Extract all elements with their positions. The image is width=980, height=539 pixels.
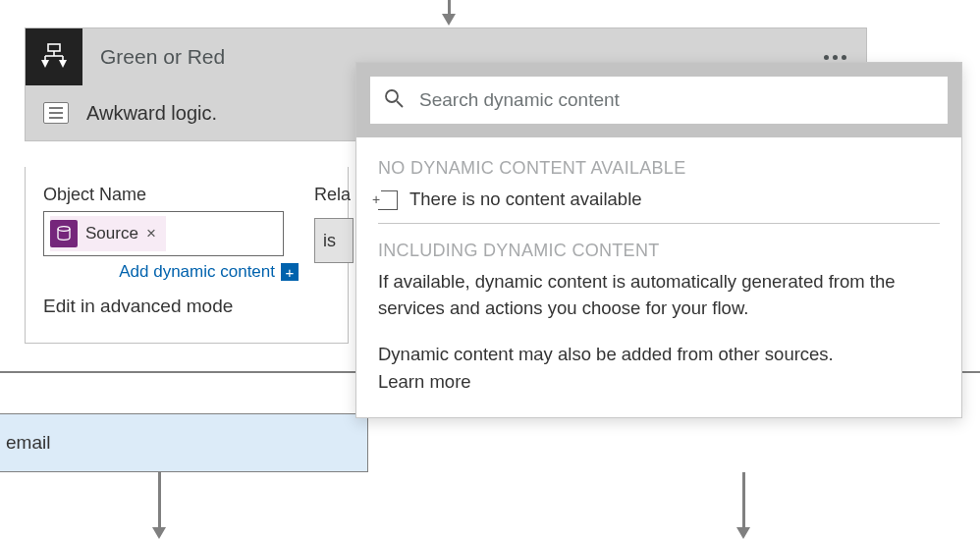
popup-search-area (356, 63, 961, 137)
svg-marker-6 (59, 60, 67, 68)
search-box[interactable] (370, 77, 948, 124)
relationship-select[interactable]: is (314, 218, 354, 263)
svg-point-8 (386, 90, 398, 102)
including-header: INCLUDING DYNAMIC CONTENT (378, 238, 940, 263)
condition-editor: Object Name Source × Add dynamic content… (25, 167, 349, 344)
flow-arrow-in (442, 0, 456, 26)
no-content-header: NO DYNAMIC CONTENT AVAILABLE (378, 155, 940, 181)
help-paragraph-2: Dynamic content may also be added from o… (378, 342, 940, 368)
help-paragraph-1: If available, dynamic content is automat… (378, 269, 940, 322)
object-name-label: Object Name (43, 185, 330, 205)
divider (378, 223, 940, 224)
token-label: Source (85, 224, 138, 243)
relationship-label: Rela (314, 185, 351, 205)
card-subtitle: Awkward logic. (86, 102, 217, 125)
token-source[interactable]: Source × (50, 216, 166, 251)
search-input[interactable] (417, 88, 934, 112)
svg-marker-5 (41, 60, 49, 68)
card-menu-button[interactable] (824, 55, 866, 60)
plus-icon: + (281, 263, 299, 281)
note-icon (43, 102, 69, 124)
flow-arrow-right (736, 472, 750, 527)
dynamic-content-popup: NO DYNAMIC CONTENT AVAILABLE There is no… (355, 62, 962, 418)
svg-rect-0 (48, 44, 60, 51)
add-dynamic-content-link[interactable]: Add dynamic content + (43, 262, 299, 282)
flow-arrow-left (152, 472, 166, 527)
token-remove[interactable]: × (146, 224, 156, 243)
no-content-text: There is no content available (409, 187, 642, 213)
branch-label: email (6, 432, 50, 454)
condition-icon (26, 28, 82, 85)
learn-more-link[interactable]: Learn more (378, 369, 940, 396)
relationship-value: is (323, 231, 336, 251)
entity-icon (50, 220, 78, 247)
search-icon (384, 88, 404, 113)
branch-box-email[interactable]: email (0, 413, 368, 472)
svg-line-9 (397, 101, 403, 107)
svg-point-7 (58, 227, 70, 232)
no-content-row: There is no content available (378, 187, 940, 213)
edit-advanced-mode-link[interactable]: Edit in advanced mode (43, 296, 330, 317)
object-name-input[interactable]: Source × (43, 211, 284, 256)
add-dc-text: Add dynamic content (119, 262, 275, 282)
add-box-icon (378, 190, 398, 210)
